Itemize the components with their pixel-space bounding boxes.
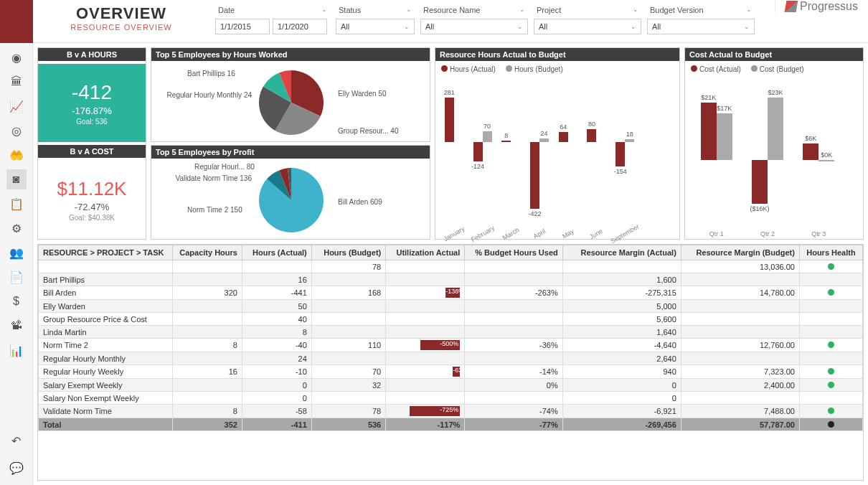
bar-value-label: 24: [540, 130, 547, 137]
table-row[interactable]: Total352-411536-117%-77%-269,45657,787.0…: [39, 418, 863, 431]
chart-icon[interactable]: 📈: [6, 96, 27, 116]
table-cell: 0: [562, 392, 681, 405]
bar-actual: [701, 103, 717, 160]
th-rmb[interactable]: Resource Margin (Budget): [681, 245, 799, 260]
table-cell: [799, 326, 862, 339]
hand-icon[interactable]: 🤲: [6, 145, 27, 165]
table-row[interactable]: Salary Non Exempt Weekly00: [39, 392, 863, 405]
chevron-down-icon[interactable]: ⌄: [746, 6, 752, 14]
logo-icon: [785, 1, 798, 12]
table-row[interactable]: 7813,036.00: [39, 260, 863, 273]
table-cell: Elly Warden: [39, 300, 173, 313]
th-capacity[interactable]: Capacity Hours: [173, 245, 242, 260]
comment-icon[interactable]: 💬: [6, 458, 27, 478]
table-cell: [465, 313, 562, 326]
table-cell: 14,780.00: [681, 286, 799, 300]
x-axis-label: Qtr 2: [760, 230, 775, 237]
table-cell: 8: [242, 326, 311, 339]
pie-hours-chart: [255, 67, 327, 138]
table-row[interactable]: Linda Martin81,640: [39, 326, 863, 339]
budget-select[interactable]: All⌄: [647, 19, 755, 34]
undo-icon[interactable]: ↶: [6, 430, 27, 451]
kpi-cost-card: $11.12K -72.47% Goal: $40.38K: [38, 161, 146, 239]
table-row[interactable]: Group Resource Price & Cost405,600: [39, 313, 863, 326]
th-hours-budget[interactable]: Hours (Budget): [311, 245, 385, 260]
building-icon[interactable]: 🏛: [6, 72, 27, 92]
table-row[interactable]: Bart Phillips161,600: [39, 273, 863, 286]
project-select[interactable]: All⌄: [534, 19, 641, 34]
table-cell: [799, 418, 862, 431]
table-cell: [681, 273, 799, 286]
table-cell: [173, 313, 242, 326]
table-row[interactable]: Norm Time 28-40110-500%-36%-4,64012,760.…: [39, 339, 863, 352]
table-cell: [799, 379, 862, 392]
table-cell: Total: [39, 418, 173, 431]
kpi-hours-title: B v A HOURS: [38, 48, 146, 61]
x-axis-label: September: [610, 223, 641, 245]
bar-value-label: 80: [588, 121, 595, 128]
document-icon[interactable]: 📄: [6, 267, 27, 287]
resource-select[interactable]: All⌄: [420, 19, 528, 34]
table-cell: 24: [242, 352, 311, 365]
gear-icon[interactable]: ⚙: [6, 218, 27, 238]
pie-label: Elly Warden 50: [338, 90, 386, 98]
page-title: OVERVIEW: [33, 4, 209, 23]
table-cell: 70: [311, 365, 385, 379]
table-cell: [465, 352, 562, 365]
target-icon[interactable]: ◎: [6, 121, 27, 141]
th-util[interactable]: Utilization Actual: [386, 245, 465, 260]
sidebar: ◉ 🏛 📈 ◎ 🤲 ◙ 📋 ⚙ 👥 📄 $ 📽 📊 ↶ 💬: [0, 43, 33, 485]
x-axis-label: May: [561, 227, 575, 240]
table-cell: [799, 313, 862, 326]
camera-icon[interactable]: ◙: [6, 169, 27, 189]
kpi-hours-pct: -176.87%: [72, 105, 112, 116]
filter-date-label: Date: [218, 6, 235, 14]
table-cell: [799, 365, 862, 379]
table-cell: [681, 300, 799, 313]
status-select[interactable]: All⌄: [336, 19, 415, 34]
table-row[interactable]: Elly Warden505,000: [39, 300, 863, 313]
clipboard-icon[interactable]: 📋: [6, 194, 27, 214]
th-pbu[interactable]: % Budget Hours Used: [465, 245, 562, 260]
trend-icon[interactable]: 📊: [6, 340, 27, 360]
table-row[interactable]: Regular Hourly Monthly242,640: [39, 352, 863, 365]
chevron-down-icon[interactable]: ⌄: [519, 6, 525, 14]
th-resource[interactable]: RESOURCE > PROJECT > TASK: [39, 245, 173, 260]
table-cell: -58: [242, 405, 311, 418]
table-cell: [173, 326, 242, 339]
date-to-input[interactable]: 1/1/2020: [273, 19, 327, 34]
date-from-input[interactable]: 1/1/2015: [215, 19, 270, 34]
chevron-down-icon[interactable]: ⌄: [321, 6, 327, 14]
table-cell: 0: [242, 379, 311, 392]
chevron-down-icon[interactable]: ⌄: [406, 6, 412, 14]
th-hours-actual[interactable]: Hours (Actual): [242, 245, 311, 260]
people-icon[interactable]: 👥: [6, 242, 27, 263]
bar-budget: [483, 131, 492, 142]
table-cell: 0: [242, 392, 311, 405]
table-cell: [799, 405, 862, 418]
cost-chart-title: Cost Actual to Budget: [685, 48, 863, 61]
table-cell: -6,921: [562, 405, 681, 418]
bar-actual: [587, 129, 596, 142]
table-row[interactable]: Salary Exempt Weekly0320%02,400.00: [39, 379, 863, 392]
title-block: OVERVIEW RESOURCE OVERVIEW: [0, 0, 209, 43]
bar-actual: [530, 142, 539, 209]
table-cell: 32: [311, 379, 385, 392]
table-cell: [799, 300, 862, 313]
table-cell: [681, 392, 799, 405]
table-row[interactable]: Validate Norm Time8-5878-725%-74%-6,9217…: [39, 405, 863, 418]
table-row[interactable]: Bill Arden320-441168-138%-263%-275,31514…: [39, 286, 863, 300]
table-row[interactable]: Regular Hourly Weekly16-1070-63%-14%9407…: [39, 365, 863, 379]
dollar-icon[interactable]: $: [6, 291, 27, 311]
table-cell: [386, 326, 465, 339]
kpi-column: B v A HOURS -412 -176.87% Goal: 536 B v …: [37, 47, 146, 240]
th-health[interactable]: Hours Health: [799, 245, 862, 260]
globe-icon[interactable]: ◉: [6, 47, 27, 67]
chevron-down-icon[interactable]: ⌄: [633, 6, 638, 14]
kpi-hours-card: -412 -176.87% Goal: 536: [38, 64, 146, 142]
th-rma[interactable]: Resource Margin (Actual): [562, 245, 681, 260]
table-cell: [799, 392, 862, 405]
table-cell: [173, 300, 242, 313]
projector-icon[interactable]: 📽: [6, 316, 27, 336]
kpi-cost-value: $11.12K: [57, 178, 127, 200]
